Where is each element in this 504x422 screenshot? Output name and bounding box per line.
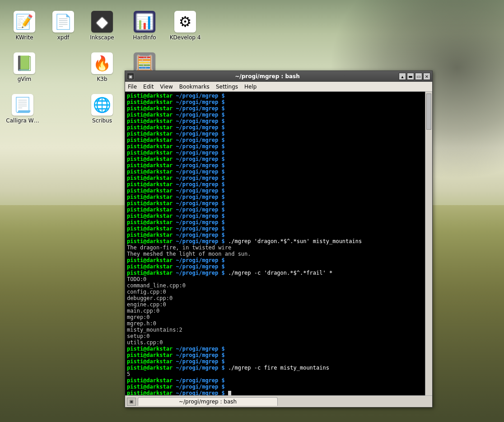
kwrite-icon: 📝 [14,11,35,33]
menu-edit[interactable]: Edit [143,84,154,90]
pin-button[interactable]: ▴ [399,73,406,80]
terminal-line: pisti@darkstar ~/progi/mgrep $ [127,194,430,200]
desktop-icon-label: Calligra W… [6,117,39,124]
menu-file[interactable]: File [128,84,137,90]
terminal-output-line: mgrep.h:0 [127,320,430,327]
terminal-line: pisti@darkstar ~/progi/mgrep $ ./mgrep -… [127,365,430,371]
terminal-line: pisti@darkstar ~/progi/mgrep $ [127,384,430,390]
terminal-line: pisti@darkstar ~/progi/mgrep $ ./mgrep '… [127,238,430,244]
terminal-line: pisti@darkstar ~/progi/mgrep $ [127,181,430,188]
terminal-line: pisti@darkstar ~/progi/mgrep $ [127,156,430,162]
desktop-icon-xpdf[interactable]: 📄 xpdf [45,11,81,41]
terminal-line: pisti@darkstar ~/progi/mgrep $ [127,390,430,395]
terminal-line: pisti@darkstar ~/progi/mgrep $ [127,175,430,181]
new-tab-button[interactable]: ▣ [127,398,136,406]
terminal-line: pisti@darkstar ~/progi/mgrep $ [127,131,430,137]
terminal-cursor [228,391,231,395]
terminal-output-line: command_line.cpp:0 [127,282,430,289]
terminal-line: pisti@darkstar ~/progi/mgrep $ [127,206,430,213]
k3b-icon: 🔥 [91,52,113,74]
xpdf-icon: 📄 [52,11,74,33]
terminal-output-line: setup:0 [127,333,430,339]
terminal-line: pisti@darkstar ~/progi/mgrep $ [127,99,430,105]
menu-bookmarks[interactable]: Bookmarks [179,84,210,90]
terminal-line: pisti@darkstar ~/progi/mgrep $ [127,232,430,238]
kdevelop-icon: ⚙ [174,11,196,33]
terminal-line: pisti@darkstar ~/progi/mgrep $ [127,352,430,358]
desktop-icon-label: gVim [18,76,32,82]
terminal-line: pisti@darkstar ~/progi/mgrep $ [127,150,430,156]
terminal-line: pisti@darkstar ~/progi/mgrep $ [127,143,430,150]
desktop-icon-scribus[interactable]: 🌐 Scribus [84,94,120,124]
terminal-line: pisti@darkstar ~/progi/mgrep $ [127,346,430,352]
terminal-app-icon: ▣ [127,73,134,80]
desktop-icon-calligra[interactable]: 📃 Calligra W… [5,94,41,124]
desktop-icon-kdevelop[interactable]: ⚙ KDevelop 4 [167,11,203,41]
desktop-icon-label: Inkscape [90,34,114,41]
desktop-icon-label: xpdf [57,34,70,41]
desktop-icon-gvim[interactable]: 📗 gVim [6,52,42,82]
terminal-line: pisti@darkstar ~/progi/mgrep $ [127,225,430,232]
terminal-line: pisti@darkstar ~/progi/mgrep $ ./mgrep -… [127,270,430,276]
desktop-icon-k3b[interactable]: 🔥 K3b [84,52,120,82]
hardinfo-icon: 📊 [134,11,155,33]
terminal-window: ▣ ~/progi/mgrep : bash ▴ ▬ ▭ ✕ File Edit… [125,70,433,408]
terminal-output-line: They meshed the light of moon and sun. [127,251,430,257]
desktop-icon-label: HardInfo [133,34,156,41]
terminal-line: pisti@darkstar ~/progi/mgrep $ [127,257,430,263]
maximize-button[interactable]: ▭ [415,73,422,80]
terminal-line: pisti@darkstar ~/progi/mgrep $ [127,169,430,175]
menu-view[interactable]: View [160,84,173,90]
terminal-line: pisti@darkstar ~/progi/mgrep $ [127,124,430,131]
desktop-icon-hardinfo[interactable]: 📊 HardInfo [126,11,163,41]
menu-settings[interactable]: Settings [216,84,238,90]
terminal-line: pisti@darkstar ~/progi/mgrep $ [127,105,430,112]
terminal-output-line: utils.cpp:0 [127,339,430,346]
close-button[interactable]: ✕ [423,73,430,80]
terminal-line: pisti@darkstar ~/progi/mgrep $ [127,263,430,270]
terminal-output-line: 5 [127,371,430,377]
terminal-line: pisti@darkstar ~/progi/mgrep $ [127,162,430,169]
desktop-icon-label: KDevelop 4 [170,34,201,41]
terminal-line: pisti@darkstar ~/progi/mgrep $ [127,93,430,99]
terminal-output-line: config.cpp:0 [127,289,430,295]
terminal-tab[interactable]: ~/progi/mgrep : bash [138,397,278,406]
scrollbar-thumb[interactable] [426,94,431,130]
terminal-output-line: mgrep:0 [127,314,430,320]
desktop-icon-label: K3b [97,76,107,82]
terminal-line: pisti@darkstar ~/progi/mgrep $ [127,137,430,143]
desktop-icon-kwrite[interactable]: 📝 KWrite [6,11,42,41]
desktop-icon-inkscape[interactable]: ◆ Inkscape [84,11,120,41]
terminal-output-line: main.cpp:0 [127,308,430,314]
terminal-line: pisti@darkstar ~/progi/mgrep $ [127,188,430,194]
gvim-icon: 📗 [14,52,35,74]
terminal-line: pisti@darkstar ~/progi/mgrep $ [127,377,430,384]
terminal-line: pisti@darkstar ~/progi/mgrep $ [127,219,430,225]
terminal-line: pisti@darkstar ~/progi/mgrep $ [127,118,430,124]
terminal-output-line: debugger.cpp:0 [127,295,430,301]
menu-help[interactable]: Help [244,84,257,90]
terminal-output-line: The dragon-fire, in twisted wire [127,244,430,251]
desktop-icon-label: Scribus [92,117,112,124]
terminal-output-line: TODO:0 [127,276,430,282]
terminal-output-line: misty_mountains:2 [127,327,430,333]
terminal-viewport[interactable]: pisti@darkstar ~/progi/mgrep $ pisti@dar… [125,92,432,395]
terminal-line: pisti@darkstar ~/progi/mgrep $ [127,213,430,219]
tab-bar: ▣ ~/progi/mgrep : bash [125,395,432,407]
calligra-icon: 📃 [12,94,33,116]
window-title: ~/progi/mgrep : bash [137,73,398,80]
window-titlebar[interactable]: ▣ ~/progi/mgrep : bash ▴ ▬ ▭ ✕ [125,71,432,82]
inkscape-icon: ◆ [91,11,113,33]
terminal-line: pisti@darkstar ~/progi/mgrep $ [127,358,430,365]
terminal-line: pisti@darkstar ~/progi/mgrep $ [127,112,430,118]
menu-bar: File Edit View Bookmarks Settings Help [125,82,432,92]
scribus-icon: 🌐 [91,94,113,116]
minimize-button[interactable]: ▬ [407,73,414,80]
terminal-scrollbar[interactable] [425,92,432,395]
terminal-line: pisti@darkstar ~/progi/mgrep $ [127,200,430,206]
desktop-icon-label: KWrite [15,34,33,41]
terminal-output-line: engine.cpp:0 [127,301,430,308]
